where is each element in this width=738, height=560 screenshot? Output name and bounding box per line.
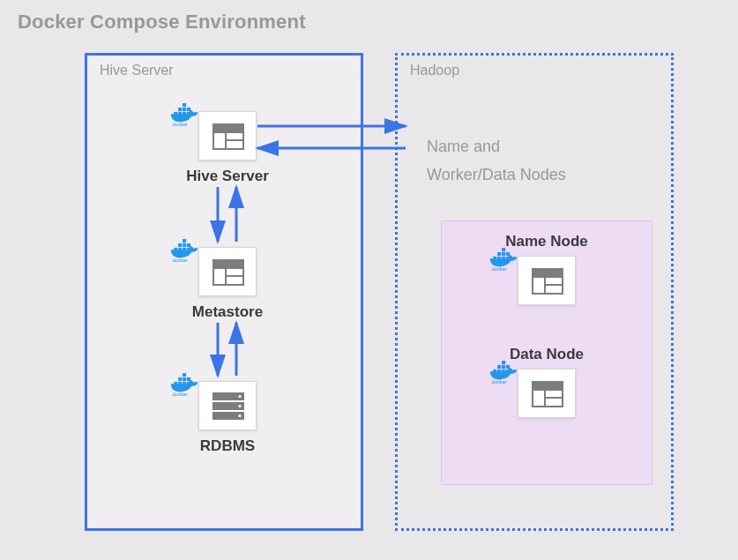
svg-rect-33 xyxy=(183,373,186,377)
svg-rect-51 xyxy=(533,278,544,293)
svg-rect-17 xyxy=(178,243,182,247)
svg-rect-23 xyxy=(214,269,225,284)
metastore-node: docker Metastore xyxy=(175,247,280,321)
svg-rect-66 xyxy=(546,399,562,406)
name-node-container-icon: docker xyxy=(518,256,576,305)
svg-rect-31 xyxy=(183,377,186,381)
docker-icon: docker xyxy=(488,361,524,385)
hadoop-panel-label: Hadoop xyxy=(410,63,459,78)
svg-point-38 xyxy=(238,395,241,398)
svg-rect-48 xyxy=(502,248,505,251)
window-icon xyxy=(518,370,577,419)
svg-point-40 xyxy=(238,414,241,417)
hive-panel-label: Hive Server xyxy=(100,63,174,78)
svg-rect-65 xyxy=(546,391,562,397)
window-icon xyxy=(199,248,257,297)
svg-rect-7 xyxy=(183,103,186,107)
svg-rect-9 xyxy=(212,123,244,131)
svg-text:docker: docker xyxy=(173,258,188,263)
docker-icon: docker xyxy=(169,373,205,398)
metastore-label: Metastore xyxy=(175,303,280,321)
svg-rect-5 xyxy=(183,108,186,111)
hive-server-label: Hive Server xyxy=(175,168,280,185)
svg-rect-4 xyxy=(178,108,182,111)
svg-rect-25 xyxy=(227,277,242,284)
svg-rect-20 xyxy=(183,239,186,243)
server-rack-icon xyxy=(199,382,257,431)
page-title: Docker Compose Environment xyxy=(18,11,306,34)
hadoop-desc-line2: Worker/Data Nodes xyxy=(427,161,566,189)
svg-rect-64 xyxy=(533,391,544,406)
hive-server-container-icon: docker xyxy=(198,111,257,161)
svg-rect-46 xyxy=(502,252,505,256)
svg-rect-18 xyxy=(183,243,186,247)
docker-icon: docker xyxy=(169,239,205,264)
svg-rect-58 xyxy=(497,365,501,369)
rdbms-label: RDBMS xyxy=(175,437,280,455)
name-node: Name Node docker xyxy=(494,233,600,305)
svg-point-39 xyxy=(238,405,241,407)
svg-rect-30 xyxy=(178,377,182,381)
docker-icon: docker xyxy=(488,248,524,273)
svg-rect-10 xyxy=(214,133,225,148)
data-node-container-icon: docker xyxy=(518,369,576,418)
svg-rect-53 xyxy=(546,286,562,293)
svg-rect-11 xyxy=(227,133,242,139)
docker-badge-text: docker xyxy=(173,122,188,127)
window-icon xyxy=(199,112,257,161)
hive-server-node: docker Hive Server xyxy=(175,111,280,185)
svg-rect-52 xyxy=(546,278,562,284)
metastore-container-icon: docker xyxy=(198,247,257,296)
svg-text:docker: docker xyxy=(492,266,507,272)
rdbms-container-icon: docker xyxy=(198,381,257,430)
svg-rect-12 xyxy=(227,141,242,148)
rdbms-node: docker RDBMS xyxy=(175,381,280,455)
window-icon xyxy=(518,257,577,306)
svg-text:docker: docker xyxy=(173,392,188,397)
data-node: Data Node docker xyxy=(494,346,600,418)
svg-rect-61 xyxy=(502,361,505,364)
hadoop-description: Name and Worker/Data Nodes xyxy=(427,132,566,190)
hadoop-desc-line1: Name and xyxy=(427,132,566,161)
svg-text:docker: docker xyxy=(492,379,507,385)
svg-rect-59 xyxy=(502,365,505,369)
svg-rect-24 xyxy=(227,269,242,275)
docker-icon: docker xyxy=(169,103,205,128)
svg-rect-45 xyxy=(497,252,501,256)
